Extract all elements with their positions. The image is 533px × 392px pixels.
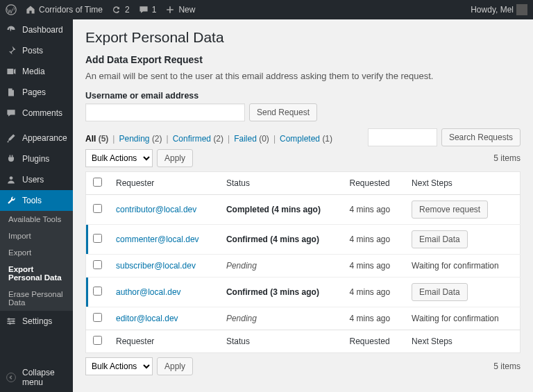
howdy-text: Howdy, Mel	[471, 5, 514, 15]
sliders-icon	[6, 316, 17, 327]
col-requested-foot: Requested	[343, 330, 405, 353]
menu-label: Tools	[22, 196, 42, 205]
status-cell: Pending	[219, 307, 343, 330]
collapse-menu[interactable]: Collapse menu	[0, 363, 73, 392]
status-cell: Pending	[219, 255, 343, 278]
col-next: Next Steps	[405, 172, 520, 195]
requester-link[interactable]: author@local.dev	[116, 287, 181, 297]
svg-point-1	[10, 176, 13, 180]
comments-count: 1	[152, 5, 157, 15]
requested-cell: 4 mins ago	[343, 255, 405, 278]
sub-export[interactable]: Export	[0, 244, 73, 261]
row-checkbox[interactable]	[93, 204, 102, 213]
sub-erase-personal-data[interactable]: Erase Personal Data	[0, 286, 73, 311]
items-count-top: 5 items	[493, 153, 521, 163]
main-content: Export Personal Data Add Data Export Req…	[73, 19, 533, 392]
send-request-button[interactable]: Send Request	[249, 103, 317, 121]
select-all-bottom[interactable]	[93, 336, 102, 345]
username-email-input[interactable]	[85, 103, 245, 121]
menu-plugins[interactable]: Plugins	[0, 148, 73, 169]
brush-icon	[6, 133, 17, 144]
menu-appearance[interactable]: Appearance	[0, 128, 73, 148]
menu-label: Comments	[22, 108, 62, 118]
status-cell: Confirmed (3 mins ago)	[219, 278, 343, 307]
home-icon	[25, 4, 36, 15]
row-checkbox[interactable]	[93, 287, 102, 296]
collapse-icon	[6, 372, 17, 383]
menu-label: Settings	[22, 316, 52, 326]
sub-available-tools[interactable]: Available Tools	[0, 211, 73, 228]
new-link[interactable]: New	[164, 4, 195, 15]
requester-link[interactable]: contributor@local.dev	[116, 205, 196, 214]
requester-link[interactable]: editor@local.dev	[116, 314, 178, 323]
status-cell: Confirmed (4 mins ago)	[219, 225, 343, 255]
col-status-foot: Status	[219, 330, 343, 353]
updates-link[interactable]: 2	[111, 4, 130, 15]
menu-tools[interactable]: Tools	[0, 190, 73, 211]
account-link[interactable]: Howdy, Mel	[471, 4, 527, 15]
row-checkbox[interactable]	[93, 260, 102, 269]
site-name-link[interactable]: Corridors of Time	[25, 4, 103, 15]
menu-users[interactable]: Users	[0, 169, 73, 190]
bulk-actions-select[interactable]: Bulk Actions	[85, 149, 153, 167]
media-icon	[6, 66, 17, 77]
bulk-actions-select-bottom[interactable]: Bulk Actions	[85, 357, 153, 375]
next-steps-cell: Waiting for confirmation	[405, 255, 520, 278]
updates-count: 2	[125, 5, 130, 15]
col-status[interactable]: Status	[219, 172, 343, 195]
menu-settings[interactable]: Settings	[0, 311, 73, 332]
admin-bar: Corridors of Time 2 1 New Howdy, Mel	[0, 0, 533, 19]
table-row: author@local.devConfirmed (3 mins ago)4 …	[86, 278, 521, 307]
comment-icon	[138, 4, 149, 15]
next-action-button[interactable]: Email Data	[412, 283, 468, 301]
filter-label: All	[85, 134, 96, 144]
filter-count: (1)	[322, 134, 332, 144]
col-requester[interactable]: Requester	[109, 172, 219, 195]
next-action-button[interactable]: Email Data	[412, 230, 468, 248]
svg-point-3	[12, 320, 15, 322]
requester-link[interactable]: commenter@local.dev	[116, 235, 199, 244]
menu-comments[interactable]: Comments	[0, 103, 73, 123]
requested-cell: 4 mins ago	[343, 195, 405, 225]
comments-link[interactable]: 1	[138, 4, 157, 15]
menu-pages[interactable]: Pages	[0, 82, 73, 103]
sub-import[interactable]: Import	[0, 228, 73, 244]
filter-pending[interactable]: Pending (2)	[119, 134, 162, 144]
filter-confirmed[interactable]: Confirmed (2)	[173, 134, 223, 144]
intro-text: An email will be sent to the user at thi…	[85, 71, 521, 81]
filter-completed[interactable]: Completed (1)	[280, 134, 332, 144]
next-steps-cell: Email Data	[405, 225, 520, 255]
menu-media[interactable]: Media	[0, 61, 73, 82]
filter-failed[interactable]: Failed (0)	[234, 134, 269, 144]
bulk-apply-top[interactable]: Apply	[157, 149, 193, 167]
menu-label: Dashboard	[22, 25, 63, 35]
sub-export-personal-data[interactable]: Export Personal Data	[0, 261, 73, 286]
field-label: Username or email address	[85, 91, 521, 101]
menu-label: Collapse menu	[22, 368, 67, 387]
table-row: subscriber@local.devPending4 mins agoWai…	[86, 255, 521, 278]
bulk-apply-bottom[interactable]: Apply	[157, 357, 193, 375]
table-row: commenter@local.devConfirmed (4 mins ago…	[86, 225, 521, 255]
search-requests-input[interactable]	[368, 128, 437, 146]
filter-label: Completed	[280, 134, 320, 144]
row-checkbox[interactable]	[93, 313, 102, 322]
page-icon	[6, 87, 17, 98]
row-checkbox[interactable]	[93, 234, 102, 243]
next-action-button[interactable]: Remove request	[412, 201, 488, 219]
menu-posts[interactable]: Posts	[0, 40, 73, 61]
requester-link[interactable]: subscriber@local.dev	[116, 261, 196, 271]
filter-all[interactable]: All (5)	[85, 134, 108, 144]
menu-dashboard[interactable]: Dashboard	[0, 19, 73, 40]
requested-cell: 4 mins ago	[343, 225, 405, 255]
col-requested[interactable]: Requested	[343, 172, 405, 195]
dashboard-icon	[6, 24, 17, 35]
table-row: editor@local.devPending4 mins agoWaiting…	[86, 307, 521, 330]
requested-cell: 4 mins ago	[343, 278, 405, 307]
table-row: contributor@local.devCompleted (4 mins a…	[86, 195, 521, 225]
search-requests-button[interactable]: Search Requests	[441, 128, 521, 146]
items-count-bottom: 5 items	[493, 361, 521, 371]
admin-sidebar: Dashboard Posts Media Pages Comments App…	[0, 19, 73, 392]
wp-logo[interactable]	[6, 4, 17, 15]
menu-label: Media	[22, 67, 45, 76]
select-all-top[interactable]	[93, 178, 102, 187]
